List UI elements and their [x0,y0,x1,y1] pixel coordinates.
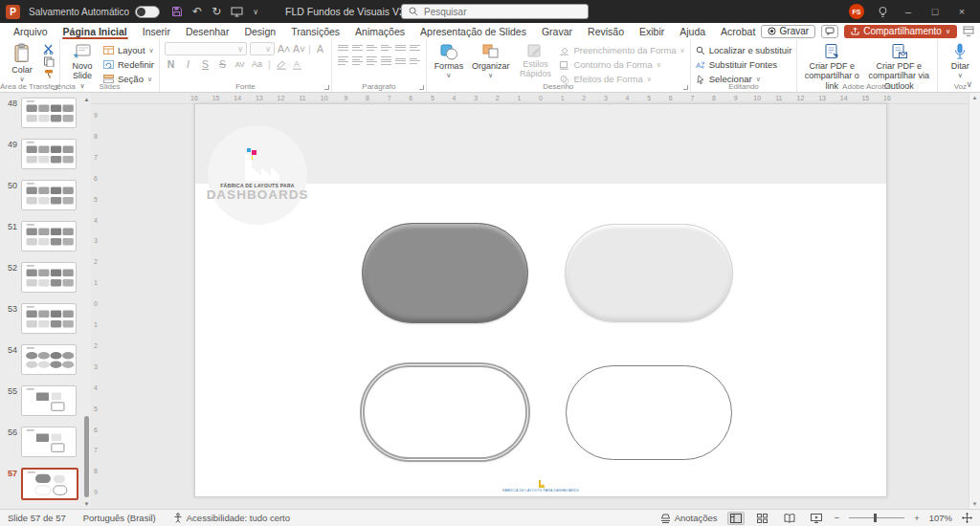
slide-thumbnail-image[interactable] [21,427,77,457]
slide-thumbnail-image[interactable] [21,180,77,210]
smartart-button[interactable] [409,55,421,66]
drawing-dialog-launcher[interactable] [683,85,688,90]
line-spacing-button[interactable] [394,42,407,53]
comments-button[interactable] [821,25,838,38]
find-replace-button[interactable]: Localizar e substituir [696,44,792,56]
slideshow-view-button[interactable] [808,512,825,525]
shapes-button[interactable]: Formas ∨ [432,42,466,79]
shape-pill-double-outline[interactable] [360,362,530,462]
align-center-button[interactable] [351,55,364,66]
dictate-button[interactable]: Ditar ∨ [943,42,977,79]
strikethrough-button[interactable]: S [216,58,229,70]
slide-thumbnail-image[interactable] [21,262,77,293]
columns-button[interactable] [394,55,407,66]
replace-fonts-button[interactable]: A Substituir Fontes [696,58,792,71]
zoom-slider[interactable] [849,517,904,518]
zoom-level[interactable]: 107% [929,513,952,523]
bullets-button[interactable] [337,42,349,53]
slide-thumbnail-57[interactable]: 57 [2,468,91,500]
slide-thumbnail-image[interactable] [21,468,78,500]
tab-acrobat[interactable]: Acrobat [713,23,763,39]
tab-gravar[interactable]: Gravar [534,23,580,39]
tab-inserir[interactable]: Inserir [135,23,178,39]
lightbulb-icon[interactable] [878,6,888,18]
tab-página-inicial[interactable]: Página Inicial [56,23,135,39]
bold-button[interactable]: N [165,58,177,70]
search-box[interactable] [401,4,589,19]
powerpoint-icon[interactable]: P [6,5,20,19]
tab-revisão[interactable]: Revisão [580,23,632,39]
font-dialog-launcher[interactable] [324,85,329,90]
tab-arquivo[interactable]: Arquivo [6,23,56,39]
zoom-slider-thumb[interactable] [874,514,877,522]
slide-thumbnail-image[interactable] [21,139,77,169]
numbering-button[interactable] [351,42,364,53]
font-color-button[interactable]: A [292,59,302,70]
shape-pill-light-filled[interactable] [565,224,733,322]
clipboard-dialog-launcher[interactable] [53,85,57,90]
tab-design[interactable]: Design [236,23,283,39]
decrease-indent-button[interactable] [366,42,378,53]
ribbon-options-icon[interactable] [963,26,974,36]
slide-thumbnail-48[interactable]: 48 [2,98,91,128]
change-case-button[interactable]: Aa [251,59,263,69]
scroll-up-icon[interactable]: ▲ [83,97,90,102]
customize-qat-icon[interactable]: ∨ [253,8,258,16]
layout-button[interactable]: Layout∨ [103,44,154,56]
font-name-select[interactable]: ∨ [165,42,247,55]
font-size-select[interactable]: ∨ [250,42,275,55]
quick-styles-button[interactable]: Estilos Rápidos [515,42,555,80]
shrink-font-button[interactable]: A˅ [293,43,305,55]
slide-thumbnail-53[interactable]: 53 [2,303,91,334]
autosave-toggle[interactable] [135,6,160,18]
shape-outline-button[interactable]: Contorno da Forma∨ [559,58,684,71]
slide-thumbnail-55[interactable]: 55 [2,385,91,416]
slide-thumbnail-49[interactable]: 49 [2,139,91,169]
shape-pill-dark-filled[interactable] [362,223,528,323]
align-right-button[interactable] [366,55,378,66]
minimize-button[interactable]: – [902,6,915,17]
save-icon[interactable] [171,6,183,17]
zoom-in-button[interactable]: + [914,513,920,523]
reset-button[interactable]: Redefinir [103,58,154,71]
slide-thumbnail-image[interactable] [21,221,77,252]
shape-pill-thin-outline[interactable] [566,365,732,460]
slide-thumbnail-image[interactable] [21,98,77,128]
reading-view-button[interactable] [781,512,798,525]
align-left-button[interactable] [337,55,349,66]
shape-fill-button[interactable]: Preenchimento da Forma∨ [559,44,684,56]
slide-thumbnail-56[interactable]: 56 [2,427,91,457]
close-button[interactable]: × [955,6,969,17]
italic-button[interactable]: I [182,58,194,70]
collapse-ribbon-icon[interactable]: ∨ [966,79,972,89]
grow-font-button[interactable]: A˄ [278,43,290,55]
language-indicator[interactable]: Português (Brasil) [83,513,156,523]
autosave-control[interactable]: Salvamento Automático [29,6,160,18]
slideshow-icon[interactable] [231,7,243,17]
underline-button[interactable]: S [199,58,212,70]
slide-sorter-view-button[interactable] [754,512,771,525]
record-button[interactable]: Gravar [761,25,816,38]
accessibility-status[interactable]: Acessibilidade: tudo certo [173,513,290,523]
thumbnail-scrollbar[interactable]: ▲ ▼ [83,97,90,507]
scroll-down-icon[interactable]: ▼ [83,501,90,507]
tab-animações[interactable]: Animações [347,23,412,39]
canvas-scrollbar[interactable]: ▲ ▼ [969,93,980,509]
tab-transições[interactable]: Transições [283,23,347,39]
text-direction-button[interactable] [409,42,421,53]
share-button[interactable]: Compartilhamento ∨ [844,25,957,38]
slide-thumbnail-52[interactable]: 52 [2,262,91,293]
notes-button[interactable]: Anotações [660,513,718,523]
tab-apresentação-de-slides[interactable]: Apresentação de Slides [412,23,534,39]
thumbnail-scrollbar-thumb[interactable] [84,416,89,497]
search-input[interactable] [424,7,568,17]
character-spacing-button[interactable]: AV [234,60,246,69]
highlight-color-button[interactable] [276,59,287,70]
vertical-ruler[interactable]: 9876543210123456789 [91,104,103,509]
slide-thumbnail-51[interactable]: 51 [2,221,91,252]
tab-ajuda[interactable]: Ajuda [672,23,713,39]
slide-thumbnail-image[interactable] [21,344,77,375]
slide-thumbnail-54[interactable]: 54 [2,344,91,375]
canvas-scroll-down-icon[interactable]: ▼ [969,501,980,507]
arrange-button[interactable]: Organizar ∨ [470,42,512,79]
